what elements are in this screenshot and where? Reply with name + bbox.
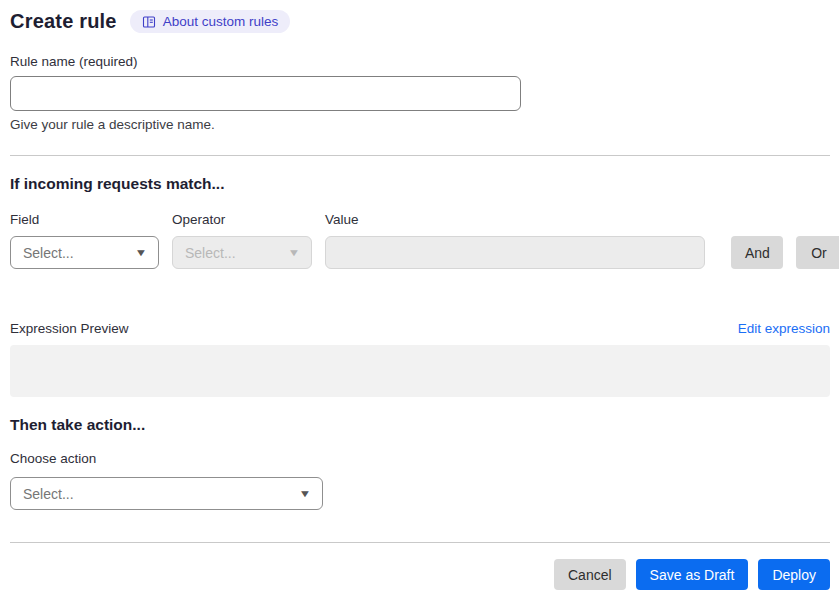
chevron-down-icon: ▼ <box>135 247 148 258</box>
chevron-down-icon: ▼ <box>299 488 312 499</box>
choose-action-select-value: Select... <box>23 486 74 502</box>
match-controls-row: Select... ▼ Select... ▼ And Or <box>10 236 830 269</box>
edit-expression-link[interactable]: Edit expression <box>738 321 830 336</box>
match-section-heading: If incoming requests match... <box>10 175 830 193</box>
page-header: Create rule About custom rules <box>10 10 830 33</box>
operator-select: Select... ▼ <box>172 236 312 269</box>
about-custom-rules-link[interactable]: About custom rules <box>130 10 291 33</box>
expression-preview-label: Expression Preview <box>10 321 129 336</box>
choose-action-label: Choose action <box>10 451 830 466</box>
value-label: Value <box>325 212 705 227</box>
field-select-value: Select... <box>23 245 74 261</box>
action-section-heading: Then take action... <box>10 416 830 434</box>
rule-name-input[interactable] <box>10 76 521 111</box>
operator-label: Operator <box>172 212 312 227</box>
create-rule-page: Create rule About custom rules Rule name… <box>0 0 839 590</box>
save-as-draft-button[interactable]: Save as Draft <box>636 559 749 590</box>
section-divider-top <box>10 155 830 156</box>
rule-name-label: Rule name (required) <box>10 54 830 69</box>
value-input <box>325 236 705 269</box>
deploy-button[interactable]: Deploy <box>758 559 830 590</box>
operator-select-value: Select... <box>185 245 236 261</box>
page-title: Create rule <box>10 10 117 33</box>
rule-name-helper-text: Give your rule a descriptive name. <box>10 117 830 132</box>
or-button[interactable]: Or <box>796 236 839 269</box>
rule-name-section: Rule name (required) Give your rule a de… <box>10 54 830 132</box>
about-custom-rules-label: About custom rules <box>163 14 279 29</box>
field-label: Field <box>10 212 159 227</box>
expression-preview-row: Expression Preview Edit expression <box>10 321 830 336</box>
expression-preview-box <box>10 345 830 397</box>
choose-action-select[interactable]: Select... ▼ <box>10 477 323 510</box>
match-labels-row: Field Operator Value <box>10 212 830 227</box>
field-select[interactable]: Select... ▼ <box>10 236 159 269</box>
chevron-down-icon: ▼ <box>288 247 301 258</box>
cancel-button[interactable]: Cancel <box>554 559 626 590</box>
and-button[interactable]: And <box>731 236 783 269</box>
book-icon <box>142 15 156 29</box>
footer-actions: Cancel Save as Draft Deploy <box>10 559 830 590</box>
section-divider-bottom <box>10 542 830 543</box>
